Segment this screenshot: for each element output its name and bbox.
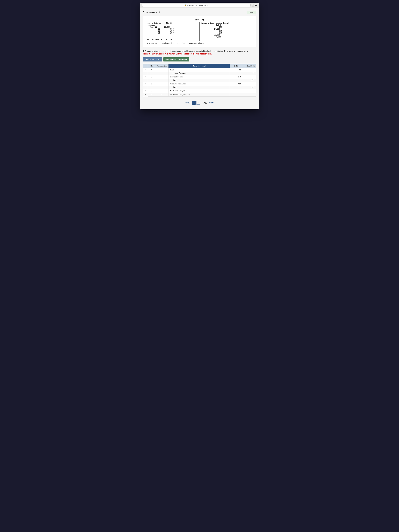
next-button[interactable]: Next › <box>209 102 214 104</box>
question-red: transaction/event, select "No Journal En… <box>143 53 212 55</box>
t-account-table: Dec. 1 Balance 50,400 Deposits Dec. 11 2… <box>146 22 253 41</box>
row-id-c: C <box>148 82 156 86</box>
credit-320: 320 <box>243 86 256 89</box>
header-row: 5 Homework ℹ Saved <box>143 11 256 14</box>
debit-60: 60 <box>230 68 243 72</box>
debit-header: Debit <box>230 64 243 68</box>
question-text: 4. Prepare any journal entries that the … <box>143 50 256 55</box>
prev-button[interactable]: ‹ Prev <box>185 102 190 104</box>
view-transaction-list-button[interactable]: View transaction list <box>143 57 162 62</box>
url-bar: 🔒 newconnect.mheducation.com <box>142 4 251 7</box>
transaction-4: 4 <box>156 89 169 93</box>
dec30: 30 19,000 <box>147 30 198 32</box>
page-indicator: 3 4 of 10 ⊞ <box>192 101 207 105</box>
general-journal-header: General Journal <box>169 64 230 68</box>
transaction-1: 1 <box>156 68 169 72</box>
check4: 570 <box>201 30 253 32</box>
no-header: No <box>148 64 156 68</box>
check2: 570 <box>201 26 253 28</box>
credit-empty-b1 <box>243 75 256 79</box>
account-no-entry-d[interactable]: No Journal Entry Required <box>169 89 230 93</box>
t-account-title: Cash (A) <box>146 19 253 21</box>
table-row: ✏ E 5 No Journal Entry Required <box>143 93 256 97</box>
saved-badge: Saved <box>247 11 256 14</box>
debit-empty-e <box>230 93 243 97</box>
question-number: 4. <box>143 50 144 52</box>
row-id-e: E <box>148 93 156 97</box>
transaction-5: 5 <box>156 93 169 97</box>
question-bold: (If no entry is required for a <box>224 50 248 52</box>
page-title: 5 Homework <box>143 11 157 14</box>
no-deposits-text: There were no deposits in transit or out… <box>146 42 253 44</box>
pencil-header <box>143 64 148 68</box>
debit-empty-d <box>230 89 243 93</box>
transaction-2: 2 <box>156 75 169 79</box>
edit-icon[interactable]: ✏ <box>143 68 148 72</box>
table-row: Cash 170 <box>143 79 256 82</box>
account-interest-revenue[interactable]: Interest Revenue <box>169 72 230 75</box>
close-button[interactable]: ✕ <box>253 65 255 68</box>
deposits-label: Deposits <box>147 24 198 26</box>
account-cash-b[interactable]: Cash <box>169 79 230 82</box>
check1: 7,640 <box>201 24 253 26</box>
next-arrow-icon: › <box>213 102 214 104</box>
checks-header: Checks written during December: <box>201 22 253 24</box>
url-text: newconnect.mheducation.com <box>187 4 208 6</box>
debit-empty-c2 <box>230 86 243 89</box>
pagination: ‹ Prev 3 4 of 10 ⊞ Next › <box>143 99 256 107</box>
transaction-3: 3 <box>156 82 169 86</box>
question-section: 4. Prepare any journal entries that the … <box>143 50 256 55</box>
next-label: Next <box>209 102 213 104</box>
of-label: of <box>201 102 202 104</box>
journal-table-container: ✕ No Transaction General Journal Debit C… <box>143 63 256 97</box>
dec31: 31 13,000 <box>147 32 198 34</box>
account-service-revenue[interactable]: Service Revenue <box>169 75 230 79</box>
credit-170: 170 <box>243 79 256 82</box>
table-row: ✏ B 2 Service Revenue 170 <box>143 75 256 79</box>
table-row: ✏ D 4 No Journal Entry Required <box>143 89 256 93</box>
account-cash-c[interactable]: Cash <box>169 86 230 89</box>
table-row: Interest Revenue 60 <box>143 72 256 75</box>
t-balance-row: Dec. 31 Balance 97,150 <box>146 38 200 41</box>
journal-table: No Transaction General Journal Debit Cre… <box>143 64 256 97</box>
prev-label: Prev <box>186 102 190 104</box>
check6: 20,600 <box>201 34 253 36</box>
edit-icon[interactable]: ✏ <box>143 82 148 86</box>
account-accounts-receivable[interactable]: Accounts Receivable <box>169 82 230 86</box>
row-id-b: B <box>148 75 156 79</box>
account-cash-a[interactable]: Cash <box>169 68 230 72</box>
browser-controls: ⬜ ↻ <box>252 4 257 6</box>
dec11: Dec. 11 28,000 <box>147 26 198 28</box>
current-page[interactable]: 3 <box>192 101 196 105</box>
credit-empty-a1 <box>243 68 256 72</box>
table-row: ✏ A 1 Cash 60 <box>143 68 256 72</box>
dec23: 23 36,000 <box>147 28 198 30</box>
total-pages: 10 <box>203 102 205 104</box>
debit-empty-b2 <box>230 79 243 82</box>
transaction-header: Transaction <box>156 64 169 68</box>
credit-empty-c1 <box>243 82 256 86</box>
t-account-section: Cash (A) Dec. 1 Balance 50,400 Deposits … <box>143 16 256 47</box>
credit-empty-e <box>243 93 256 97</box>
table-row: Cash 320 <box>143 86 256 89</box>
credit-60: 60 <box>243 72 256 75</box>
prev-arrow-icon: ‹ <box>185 102 186 104</box>
info-icon: ℹ <box>159 11 160 14</box>
check5: 170 <box>201 32 253 34</box>
table-row: ✏ C 3 Accounts Receivable 320 <box>143 82 256 86</box>
browser-bar: 🔒 newconnect.mheducation.com ⬜ ↻ <box>140 3 259 8</box>
secondary-page[interactable]: 4 <box>196 101 200 105</box>
grid-icon[interactable]: ⊞ <box>205 101 207 104</box>
question-body: Prepare any journal entries that the com… <box>145 50 223 52</box>
button-row: View transaction list View journal entry… <box>143 57 256 62</box>
credit-empty-d <box>243 89 256 93</box>
check7: 4,800 <box>201 36 253 38</box>
account-no-entry-e[interactable]: No Journal Entry Required <box>169 93 230 97</box>
edit-icon[interactable]: ✏ <box>143 89 148 93</box>
check3: 14,900 <box>201 28 253 30</box>
edit-icon[interactable]: ✏ <box>143 75 148 79</box>
view-journal-entry-worksheet-button[interactable]: View journal entry worksheet <box>163 57 189 62</box>
edit-icon[interactable]: ✏ <box>143 93 148 97</box>
debit-empty-a2 <box>230 72 243 75</box>
row-id-d: D <box>148 89 156 93</box>
